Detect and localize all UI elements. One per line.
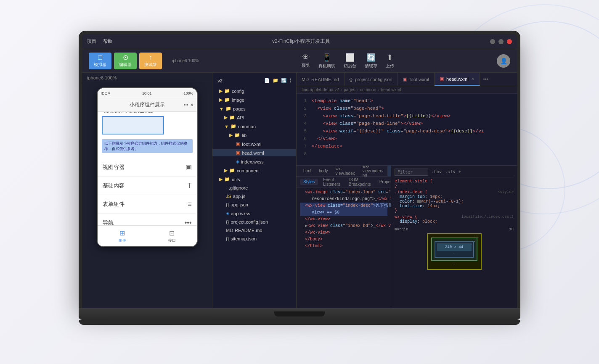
bottom-panel-content: html body wx-view.index wx-view.index-hd… [297, 166, 517, 308]
utils-expand-icon: ▶ [219, 177, 223, 182]
file-app-js[interactable]: JS app.js [212, 192, 296, 200]
editor-icon: ⊙ [123, 54, 128, 61]
file-app-wxss[interactable]: ◈ app.wxss [212, 209, 296, 218]
simulator-button[interactable]: □ 模拟器 [89, 53, 111, 69]
tab-readme[interactable]: MD README.md [297, 73, 345, 86]
appjs-label: app.js [233, 194, 245, 199]
clear-cache-action[interactable]: 🔄 清缓存 [365, 53, 377, 69]
background-action[interactable]: ⬜ 切后台 [344, 53, 356, 69]
file-head-wxml[interactable]: ▣ head.wxml [212, 148, 296, 157]
file-readme[interactable]: MD README.md [212, 226, 296, 235]
dom-line-6: ▶<wx-view class="index-bd">_</wx-view> [300, 223, 387, 229]
appjs-icon: JS [226, 194, 231, 199]
devtools-tab-props[interactable]: Properties [376, 179, 391, 185]
menu-item-project[interactable]: 项目 [87, 38, 96, 45]
tab-project-config[interactable]: {} project.config.json [345, 73, 398, 86]
file-tree-collapse-icon[interactable]: ⟨ [289, 78, 291, 83]
editor-button[interactable]: ⊙ 编辑器 [114, 53, 137, 69]
close-button[interactable] [507, 39, 512, 44]
minimize-button[interactable] [490, 39, 495, 44]
phone-nav-api[interactable]: ⊡ 接口 [147, 229, 197, 243]
code-editor[interactable]: 1 <template name="head"> 2 <view class="… [297, 94, 517, 165]
tab-more-button[interactable]: ••• [480, 76, 492, 82]
file-utils[interactable]: ▶ 📁 utils [212, 175, 296, 184]
dom-tab-wx-view-index[interactable]: wx-view.index [332, 166, 358, 177]
file-image[interactable]: ▶ 📁 image [212, 95, 296, 104]
api-label: API [237, 115, 244, 120]
file-tree-new-file-icon[interactable]: 📄 [264, 78, 270, 83]
file-app-json[interactable]: {} app.json [212, 200, 296, 209]
phone-menu-item-form[interactable]: 表单组件 ≡ [98, 195, 197, 214]
file-lib[interactable]: ▶ 📁 lib [212, 131, 296, 140]
tab-head-close[interactable]: ✕ [471, 76, 474, 81]
device-debug-action[interactable]: 📱 真机调试 [318, 53, 335, 69]
upload-action[interactable]: ⬆ 上传 [386, 53, 394, 69]
sitemap-icon: {} [226, 236, 229, 241]
file-pages[interactable]: ▼ 📁 pages [212, 104, 296, 113]
common-folder-icon: 📁 [231, 124, 236, 129]
file-config[interactable]: ▶ 📁 config [212, 87, 296, 95]
phone-close-icon[interactable]: ✕ [190, 103, 193, 107]
appwxss-icon: ◈ [226, 211, 229, 216]
phone-menu-label-nav: 导航 [103, 219, 114, 226]
code-line-1: 1 <template name="head"> [297, 97, 517, 105]
image-label: image [232, 98, 244, 103]
phone-menu-item-nav[interactable]: 导航 ••• [98, 214, 197, 225]
test-button[interactable]: ↑ 测试签 [139, 53, 162, 69]
clear-cache-label: 清缓存 [365, 63, 377, 69]
styles-add-rule[interactable]: + [459, 170, 461, 174]
dom-tab-html[interactable]: html [300, 168, 315, 174]
devtools-tab-dom[interactable]: DOM Breakpoints [345, 177, 374, 187]
editor-label: 编辑器 [119, 62, 132, 68]
phone-nav: ⊞ 组件 ⊡ 接口 [98, 225, 197, 246]
toolbar-actions: 👁 预览 📱 真机调试 ⬜ 切后台 🔄 清 [202, 53, 493, 69]
maximize-button[interactable] [498, 39, 504, 44]
phone-mockup: IDE ▾ 10:01 100% 小程序组件展示 ••• ✕ [97, 87, 198, 247]
style-close-index-desc: } [395, 208, 397, 213]
clear-cache-icon: 🔄 [366, 53, 376, 62]
phone-nav-components[interactable]: ⊞ 组件 [98, 229, 147, 243]
html-preview-panel: html body wx-view.index wx-view.index-hd… [297, 166, 391, 308]
file-common[interactable]: ▼ 📁 common [212, 122, 296, 131]
dom-line-2: resources/kind/logo.png">_</wx-image> [300, 196, 387, 203]
file-foot-wxml[interactable]: ▣ foot.wxml [212, 140, 296, 148]
file-gitignore[interactable]: · .gitignore [212, 184, 296, 192]
line-content-7: </template> [312, 142, 342, 150]
file-tree-actions: 📄 📁 🔃 ⟨ [264, 78, 291, 83]
devtools-tab-styles[interactable]: Styles [300, 179, 318, 185]
styles-content: :hov .cls + element.style { [391, 166, 517, 308]
line-num-1: 1 [300, 97, 312, 105]
pages-label: pages [233, 106, 246, 111]
tab-head-wxml[interactable]: ▣ head.wxml ✕ [435, 73, 480, 86]
phone-menu-item-content[interactable]: 基础内容 T [98, 177, 197, 195]
file-api[interactable]: ▶ 📁 API [212, 113, 296, 122]
toolbar-right: 👤 [497, 54, 510, 68]
folder-icon: ▶ [219, 88, 223, 94]
breadcrumb-sep-2: › [357, 87, 358, 92]
phone-menu-icon[interactable]: ••• [184, 103, 188, 107]
laptop: 项目 帮助 v2-FinClip小程序开发工具 □ [79, 31, 520, 333]
styles-filter-input[interactable] [395, 169, 428, 176]
devtools-tab-event[interactable]: Event Listeners [320, 177, 344, 187]
tab-foot-wxml[interactable]: ▣ foot.wxml [398, 73, 435, 86]
file-component[interactable]: ▶ 📁 component [212, 166, 296, 175]
phone-menu-item-view[interactable]: 视图容器 ▣ [98, 158, 197, 177]
phone-highlight-label: wx-view.index-desc 240 × 44 [103, 112, 154, 114]
styles-pseudo-toggle[interactable]: :hov [432, 170, 442, 174]
line-content-1: <template name="head"> [312, 97, 373, 105]
styles-cls-toggle[interactable]: .cls [445, 170, 455, 174]
phone-status-bar: IDE ▾ 10:01 100% [98, 88, 197, 98]
wxss-label: index.wxss [241, 159, 264, 164]
box-model-padding-box: - 240 × 44 - [435, 241, 474, 258]
file-tree-new-folder-icon[interactable]: 📁 [273, 78, 278, 83]
file-tree-refresh-icon[interactable]: 🔃 [281, 78, 287, 83]
file-index-wxss[interactable]: ◈ index.wxss [212, 157, 296, 166]
menu-bar: 项目 帮助 [87, 38, 112, 45]
user-avatar[interactable]: 👤 [497, 54, 510, 68]
file-project-config[interactable]: {} project.config.json [212, 218, 296, 226]
dom-line-3: <wx-view class="index-desc">以下指展示小程序官方组件… [300, 203, 387, 209]
menu-item-help[interactable]: 帮助 [103, 38, 112, 45]
preview-action[interactable]: 👁 预览 [302, 53, 310, 69]
dom-tab-body[interactable]: body [315, 168, 331, 174]
file-sitemap[interactable]: {} sitemap.json [212, 235, 296, 243]
